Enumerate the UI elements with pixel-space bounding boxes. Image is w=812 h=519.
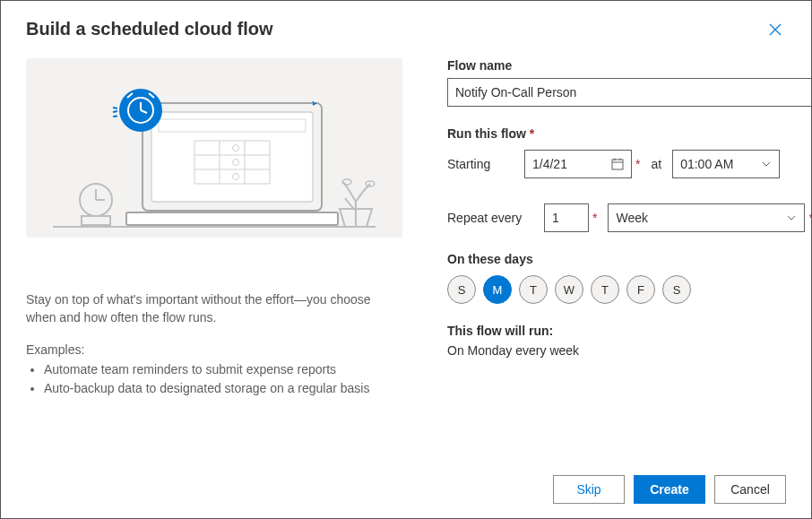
flow-name-label: Flow name (447, 58, 811, 73)
right-pane: Flow name Run this flow Starting 1/4/21 … (447, 58, 811, 461)
flow-name-input[interactable] (447, 78, 811, 107)
starting-time-input[interactable]: 01:00 AM (672, 150, 780, 178)
repeat-unit-input[interactable]: Week (608, 203, 805, 232)
close-button[interactable] (764, 19, 786, 40)
svg-rect-16 (82, 216, 110, 225)
starting-date-input[interactable]: 1/4/21 (524, 150, 632, 178)
day-thu[interactable]: T (591, 275, 619, 304)
run-this-flow-label: Run this flow (447, 126, 811, 141)
dialog-footer: Skip Create Cancel (1, 461, 811, 518)
run-group: Run this flow Starting 1/4/21 * at 01:00… (447, 126, 811, 232)
days-row: S M T W T F S (447, 275, 811, 304)
repeat-count-input[interactable] (544, 203, 589, 232)
calendar-icon (611, 158, 624, 170)
chevron-down-icon (786, 212, 797, 223)
day-wed[interactable]: W (555, 275, 583, 304)
example-item: Auto-backup data to designated storage o… (44, 379, 402, 398)
close-icon (768, 22, 782, 37)
dialog-body: Stay on top of what's important without … (1, 48, 811, 461)
summary-label: This flow will run: (447, 324, 811, 338)
day-fri[interactable]: F (626, 275, 655, 304)
required-mark: * (808, 211, 811, 225)
svg-rect-23 (612, 160, 623, 169)
flow-name-group: Flow name (447, 58, 811, 107)
day-sun[interactable]: S (447, 275, 476, 304)
summary-group: This flow will run: On Monday every week (447, 324, 811, 358)
illustration (26, 58, 402, 238)
required-mark: * (592, 211, 597, 225)
starting-time-value: 01:00 AM (680, 157, 733, 171)
dialog-header: Build a scheduled cloud flow (1, 1, 811, 48)
left-pane: Stay on top of what's important without … (26, 58, 402, 461)
description-text: Stay on top of what's important without … (26, 291, 402, 326)
dialog-title: Build a scheduled cloud flow (26, 19, 273, 39)
examples-list: Automate team reminders to submit expens… (26, 360, 402, 398)
required-mark: * (635, 157, 640, 171)
day-tue[interactable]: T (519, 275, 548, 304)
illustration-svg (26, 58, 402, 238)
repeat-row: Repeat every * Week * (447, 203, 811, 232)
examples-label: Examples: (26, 342, 402, 357)
day-sat[interactable]: S (662, 275, 691, 304)
at-label: at (651, 157, 661, 171)
chevron-down-icon (761, 159, 772, 169)
day-mon[interactable]: M (483, 275, 512, 304)
svg-rect-3 (126, 212, 338, 225)
days-label: On these days (447, 252, 811, 266)
starting-row: Starting 1/4/21 * at 01:00 AM (447, 150, 811, 178)
days-group: On these days S M T W T F S (447, 252, 811, 304)
create-button[interactable]: Create (634, 475, 705, 504)
svg-rect-2 (151, 112, 313, 202)
example-item: Automate team reminders to submit expens… (44, 360, 402, 379)
cancel-button[interactable]: Cancel (714, 475, 786, 504)
skip-button[interactable]: Skip (553, 475, 625, 504)
scheduled-flow-dialog: Build a scheduled cloud flow (0, 0, 812, 519)
repeat-unit-value: Week (616, 211, 648, 225)
summary-value: On Monday every week (447, 343, 811, 358)
repeat-label: Repeat every (447, 211, 533, 225)
starting-label: Starting (447, 157, 514, 171)
starting-date-value: 1/4/21 (532, 157, 567, 171)
